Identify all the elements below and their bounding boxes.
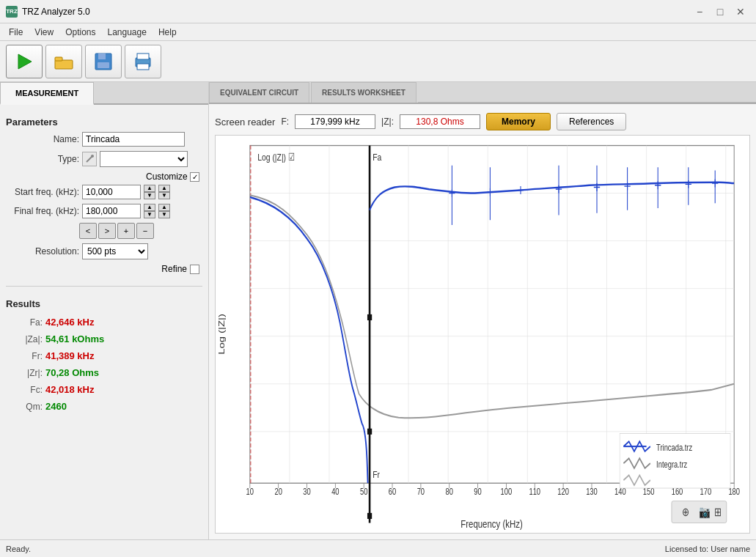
nav-plus[interactable]: +	[117, 223, 135, 239]
zr-row: |Zr|: 70,28 Ohms	[6, 367, 202, 378]
svg-rect-2	[55, 57, 62, 61]
start-freq-down2[interactable]: ▼	[158, 192, 170, 199]
minimize-button[interactable]: −	[690, 2, 709, 21]
menu-help[interactable]: Help	[153, 26, 183, 39]
run-icon	[14, 51, 34, 72]
memory-button[interactable]: Memory	[486, 113, 551, 130]
final-freq-down2[interactable]: ▼	[158, 211, 170, 218]
statusbar: Ready. Licensed to: User name	[0, 539, 756, 557]
open-button[interactable]	[45, 45, 82, 78]
start-freq-row: Start freq. (kHz): ▲ ▼ ▲ ▼	[6, 185, 202, 199]
start-freq-spinner: ▲ ▼	[144, 185, 155, 199]
iz-value-box: 130,8 Ohms	[400, 114, 480, 129]
tab-equivalent-circuit[interactable]: EQUIVALENT CIRCUIT	[209, 82, 309, 103]
type-icon-button[interactable]	[82, 152, 97, 166]
type-select[interactable]	[100, 151, 188, 167]
menu-file[interactable]: File	[3, 26, 29, 39]
chart-container: Log (|Z|) Frequency (kHz) Log (|Z|) ☑	[215, 135, 750, 534]
menu-language[interactable]: Language	[102, 26, 153, 39]
refine-checkbox[interactable]	[190, 265, 199, 274]
x-tick-label: 120	[557, 487, 569, 496]
start-freq-spinner2: ▲ ▼	[158, 185, 170, 199]
results-title: Results	[6, 298, 202, 309]
start-freq-up[interactable]: ▲	[144, 185, 155, 192]
refine-row: Refine	[6, 264, 199, 274]
marker-square-3	[367, 513, 372, 519]
x-tick-label: 100	[501, 487, 513, 496]
wrench-icon	[85, 155, 94, 163]
references-button[interactable]: References	[557, 113, 626, 130]
fc-row: Fc: 42,018 kHz	[6, 384, 202, 395]
svg-marker-0	[18, 54, 32, 69]
window-title: TRZ Analyzer 5.0	[22, 7, 90, 17]
window-controls[interactable]: − □ ✕	[690, 2, 750, 21]
final-freq-input[interactable]	[82, 204, 141, 218]
x-tick-label: 60	[389, 487, 396, 496]
divider	[6, 286, 202, 287]
chart-svg: Log (|Z|) Frequency (kHz) Log (|Z|) ☑	[216, 136, 749, 533]
za-row: |Za|: 54,61 kOhms	[6, 333, 202, 344]
type-row: Type:	[6, 151, 202, 167]
start-freq-down[interactable]: ▼	[144, 192, 155, 199]
resolution-row: Resolution: 500 pts 100 pts 200 pts 1000…	[6, 243, 202, 259]
x-tick-label: 90	[474, 487, 481, 496]
nav-buttons: < > + −	[79, 223, 202, 239]
close-button[interactable]: ✕	[731, 2, 750, 21]
name-label: Name:	[6, 134, 79, 144]
nav-prev[interactable]: <	[79, 223, 97, 239]
svg-rect-5	[98, 62, 109, 68]
titlebar: TRZ TRZ Analyzer 5.0 − □ ✕	[0, 0, 756, 23]
nav-next[interactable]: >	[98, 223, 116, 239]
open-icon	[54, 53, 74, 70]
final-freq-up2[interactable]: ▲	[158, 204, 170, 211]
nav-minus[interactable]: −	[136, 223, 154, 239]
print-button[interactable]	[125, 45, 161, 78]
marker-square-1	[367, 314, 372, 320]
refine-label: Refine	[161, 264, 187, 274]
final-freq-spinner2: ▲ ▼	[158, 204, 170, 218]
parameters-title: Parameters	[6, 117, 202, 128]
x-tick-label: 110	[529, 487, 540, 496]
zr-label: |Zr|:	[6, 368, 43, 378]
fa-row: Fa: 42,646 kHz	[6, 317, 202, 328]
fc-value: 42,018 kHz	[45, 384, 95, 395]
resolution-select[interactable]: 500 pts 100 pts 200 pts 1000 pts	[82, 243, 148, 259]
svg-rect-7	[137, 54, 149, 59]
iz-label: |Z|:	[381, 117, 394, 127]
status-left: Ready.	[6, 545, 31, 553]
screen-reader-bar: Screen reader F: 179,999 kHz |Z|: 130,8 …	[215, 113, 750, 130]
x-tick-label: 130	[586, 487, 598, 496]
save-button[interactable]	[85, 45, 122, 78]
final-freq-up[interactable]: ▲	[144, 204, 155, 211]
titlebar-left: TRZ TRZ Analyzer 5.0	[6, 6, 90, 18]
left-panel: MEASUREMENT Parameters Name: Type:	[0, 82, 209, 539]
tab-measurement[interactable]: MEASUREMENT	[0, 82, 94, 105]
right-tab-bar: EQUIVALENT CIRCUIT RESULTS WORKSHEET	[209, 82, 756, 104]
tab-results-worksheet[interactable]: RESULTS WORKSHEET	[311, 82, 416, 103]
final-freq-row: Final freq. (kHz): ▲ ▼ ▲ ▼	[6, 204, 202, 218]
final-freq-label: Final freq. (kHz):	[6, 206, 79, 216]
x-axis-label: Frequency (kHz)	[460, 518, 522, 531]
run-button[interactable]	[6, 45, 43, 78]
menu-view[interactable]: View	[29, 26, 59, 39]
right-panel: EQUIVALENT CIRCUIT RESULTS WORKSHEET Scr…	[209, 82, 756, 539]
menu-options[interactable]: Options	[59, 26, 101, 39]
maximize-button[interactable]: □	[711, 2, 730, 21]
chart-cursor-icon[interactable]: ⊞	[714, 505, 722, 518]
f-label: F:	[281, 117, 289, 127]
start-freq-up2[interactable]: ▲	[158, 185, 170, 192]
qm-label: Qm:	[6, 402, 43, 412]
customize-checkbox[interactable]: ✓	[190, 172, 199, 182]
parameters-section: Parameters Name: Type: Custo	[6, 117, 202, 274]
final-freq-spinner: ▲ ▼	[144, 204, 155, 218]
left-tab-bar: MEASUREMENT	[0, 82, 208, 105]
chart-zoom-icon[interactable]: ⊕	[682, 505, 689, 518]
status-right: Licensed to: User name	[665, 545, 750, 553]
chart-photo-icon[interactable]: 📷	[699, 504, 711, 519]
name-input[interactable]	[82, 132, 185, 147]
qm-value: 2460	[45, 401, 67, 412]
za-label: |Za|:	[6, 334, 43, 344]
start-freq-input[interactable]	[82, 185, 141, 199]
final-freq-down[interactable]: ▼	[144, 211, 155, 218]
fa-value: 42,646 kHz	[45, 317, 95, 328]
